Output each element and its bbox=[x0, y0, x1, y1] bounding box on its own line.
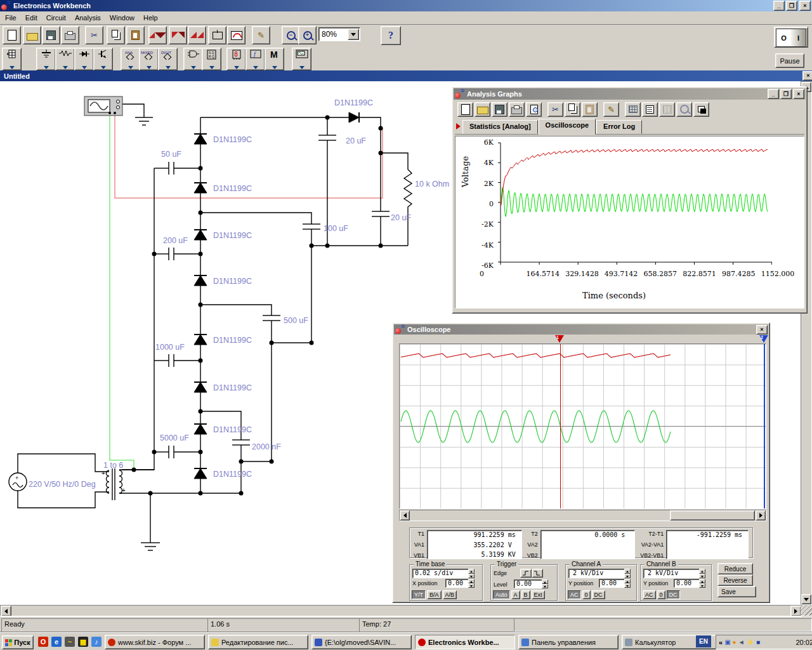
tray-messenger-icon[interactable]: ▣ bbox=[724, 639, 730, 646]
analysis-restore-button[interactable] bbox=[693, 102, 709, 117]
channel-a-ypos-field[interactable]: 0.00 bbox=[599, 579, 625, 588]
timebase-xpos-spinner[interactable] bbox=[468, 579, 475, 588]
channel-a-dc-button[interactable]: DC bbox=[592, 590, 605, 599]
flip-horizontal-button[interactable] bbox=[169, 26, 187, 44]
trigger-edge-falling-button[interactable] bbox=[532, 569, 543, 578]
analysis-titlebar[interactable]: Analysis Graphs _ ❐ × bbox=[454, 88, 806, 100]
channel-a-ypos-spinner[interactable] bbox=[624, 579, 631, 588]
analysis-paste-button[interactable] bbox=[582, 102, 598, 117]
help-button[interactable]: ? bbox=[381, 26, 401, 45]
timebase-ab-button[interactable]: A/B bbox=[443, 590, 457, 599]
scope-scrollbar-thumb[interactable] bbox=[670, 510, 755, 521]
cut-button[interactable] bbox=[85, 26, 103, 44]
diodes-bin-button[interactable] bbox=[74, 48, 94, 70]
channel-a-scale-spinner[interactable] bbox=[624, 569, 631, 578]
analysis-zoom-button[interactable] bbox=[676, 102, 692, 117]
close-button[interactable]: × bbox=[799, 1, 811, 11]
reverse-button[interactable]: Reverse bbox=[717, 574, 753, 586]
pause-button[interactable]: Pause bbox=[775, 53, 804, 68]
quicklaunch-internet-explorer-icon[interactable]: e bbox=[51, 637, 62, 647]
scope-titlebar[interactable]: Oscilloscope × bbox=[394, 324, 768, 335]
digital-bin-button[interactable]: S QR Q bbox=[202, 48, 221, 70]
task-control-panel[interactable]: Панель управления bbox=[518, 635, 619, 649]
analysis-minimize-button[interactable]: _ bbox=[768, 89, 779, 99]
analysis-toggle-grid-button[interactable] bbox=[625, 102, 641, 117]
menu-help[interactable]: Help bbox=[143, 14, 158, 22]
zoom-combo-dropdown-icon[interactable] bbox=[348, 29, 359, 40]
indicators-bin-button[interactable]: 8 bbox=[226, 48, 246, 70]
analysis-toggle-cursors-button[interactable] bbox=[659, 102, 675, 117]
language-indicator[interactable]: EN bbox=[696, 635, 711, 647]
task-opera[interactable]: www.skif.biz - Форум ... bbox=[105, 635, 205, 649]
channel-a-ac-button[interactable]: AC bbox=[568, 590, 581, 599]
transistors-bin-button[interactable] bbox=[93, 48, 113, 70]
menu-window[interactable]: Window bbox=[110, 14, 134, 22]
favorites-bin-button[interactable] bbox=[2, 48, 22, 70]
trigger-ext-button[interactable]: Ext bbox=[532, 590, 545, 599]
tab-scroll-icon[interactable] bbox=[456, 123, 461, 129]
tab-oscilloscope[interactable]: Oscilloscope bbox=[539, 119, 596, 135]
save-button[interactable]: Save bbox=[717, 586, 756, 597]
channel-b-scale-field[interactable]: 2 kV/Div bbox=[643, 569, 702, 578]
trigger-edge-rising-button[interactable] bbox=[520, 569, 532, 578]
analysis-maximize-button[interactable]: ❐ bbox=[780, 89, 792, 99]
menu-analysis[interactable]: Analysis bbox=[75, 14, 101, 22]
tray-antivirus-icon[interactable]: ● bbox=[733, 639, 737, 646]
diode-stack[interactable] bbox=[194, 112, 359, 479]
analysis-properties-button[interactable] bbox=[603, 102, 619, 117]
zoom-level-combo[interactable]: 80% bbox=[318, 27, 360, 41]
scope-scrollbar[interactable] bbox=[399, 510, 766, 521]
quicklaunch-winamp-icon[interactable]: ~ bbox=[65, 637, 75, 647]
analysis-open-button[interactable] bbox=[475, 102, 490, 117]
analysis-print-preview-button[interactable] bbox=[526, 102, 542, 117]
display-graphs-button[interactable] bbox=[227, 26, 246, 44]
tray-scheduler-icon[interactable]: ⚡ bbox=[747, 639, 754, 646]
cursor2-line[interactable] bbox=[764, 344, 765, 508]
logic-gates-bin-button[interactable] bbox=[183, 48, 203, 70]
miscellaneous-bin-button[interactable]: M bbox=[265, 48, 284, 70]
task-console[interactable]: {E:\olg\moved\SAVIN... bbox=[311, 635, 412, 649]
analysis-close-button[interactable]: × bbox=[793, 89, 804, 99]
analysis-cut-button[interactable] bbox=[547, 102, 563, 117]
copy-button[interactable] bbox=[107, 26, 125, 44]
sources-bin-button[interactable] bbox=[36, 48, 56, 70]
save-button[interactable] bbox=[42, 26, 60, 44]
analysis-new-button[interactable] bbox=[457, 102, 473, 117]
quicklaunch-the-bat-icon[interactable]: ▦ bbox=[78, 637, 88, 647]
tab-statistics-analog-[interactable]: Statistics [Analog] bbox=[462, 120, 538, 134]
menu-edit[interactable]: Edit bbox=[25, 14, 37, 22]
zoom-in-button[interactable]: + bbox=[298, 26, 317, 44]
channel-b-ac-button[interactable]: AC bbox=[643, 590, 656, 599]
channel-b-0-button[interactable]: 0 bbox=[657, 590, 665, 599]
trigger-auto-button[interactable]: Auto bbox=[493, 590, 510, 599]
open-button[interactable] bbox=[23, 26, 41, 44]
rotate-button[interactable] bbox=[148, 26, 167, 44]
timebase-yt-button[interactable]: Y/T bbox=[412, 590, 426, 599]
channel-b-ypos-field[interactable]: 0.00 bbox=[674, 579, 700, 588]
digital-ics-bin-button[interactable]: DIGIT bbox=[158, 48, 178, 70]
analysis-print-button[interactable] bbox=[509, 102, 525, 117]
reduce-button[interactable]: Reduce bbox=[717, 563, 753, 574]
channel-b-dc-button[interactable]: DC bbox=[667, 590, 680, 599]
basic-bin-button[interactable] bbox=[55, 48, 75, 70]
restore-button[interactable]: ❐ bbox=[786, 1, 797, 11]
probe-wire-green[interactable] bbox=[110, 115, 134, 470]
instruments-bin-button[interactable] bbox=[292, 48, 311, 70]
menu-circuit[interactable]: Circuit bbox=[46, 14, 66, 22]
analog-ics-bin-button[interactable]: ANA bbox=[121, 48, 140, 70]
power-switch[interactable]: O I bbox=[774, 27, 808, 48]
ac-source[interactable]: + bbox=[9, 473, 27, 491]
diode-top[interactable] bbox=[349, 112, 359, 123]
channel-a-scale-field[interactable]: 2 kV/Div bbox=[568, 569, 627, 578]
tray-updates-icon[interactable]: ■ bbox=[756, 639, 760, 646]
new-button[interactable] bbox=[3, 26, 21, 44]
tab-error-log[interactable]: Error Log bbox=[596, 120, 642, 134]
resize-grip[interactable] bbox=[801, 605, 812, 616]
timebase-xpos-field[interactable]: 0.00 bbox=[445, 579, 469, 588]
trigger-level-field[interactable]: 0.00 bbox=[514, 580, 542, 588]
analysis-save-button[interactable] bbox=[492, 102, 508, 117]
flip-vertical-button[interactable] bbox=[188, 26, 206, 44]
task-ewb[interactable]: Electronics Workbe... bbox=[415, 635, 515, 649]
mixed-ics-bin-button[interactable]: MIXED bbox=[139, 48, 159, 70]
create-subcircuit-button[interactable] bbox=[208, 26, 226, 44]
